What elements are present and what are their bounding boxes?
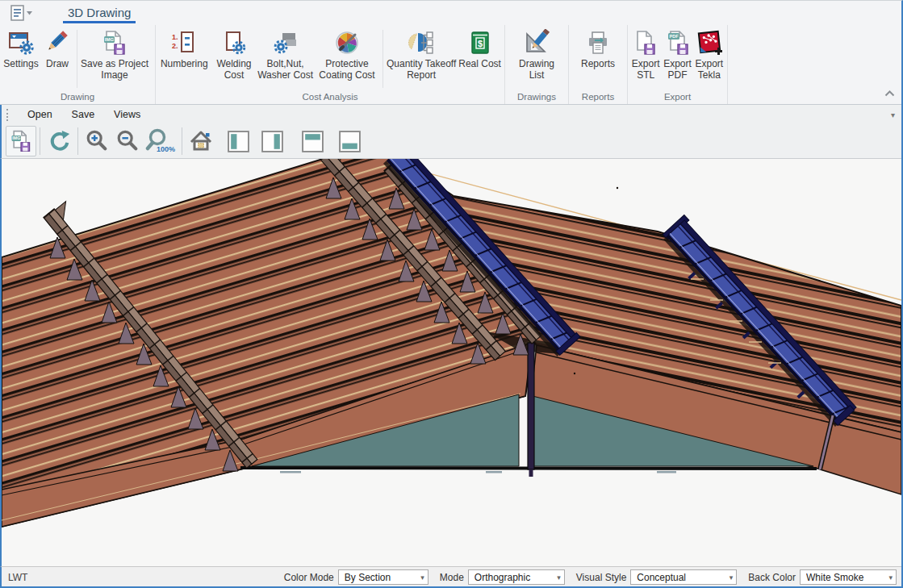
chevron-up-icon xyxy=(884,90,895,97)
ribbon: 3D Drawing xyxy=(0,1,901,105)
visual-style-label: Visual Style xyxy=(576,572,626,583)
printer-icon xyxy=(584,28,612,57)
mode-label: Mode xyxy=(440,572,464,583)
export-stl-button[interactable]: Export STL xyxy=(629,27,662,81)
ribbon-content: Settings xyxy=(0,25,901,104)
visual-style-select[interactable]: Conceptual ▾ xyxy=(630,569,737,585)
chevron-down-icon: ▾ xyxy=(730,573,734,582)
svg-text:2.: 2. xyxy=(172,42,178,50)
svg-text:PDF: PDF xyxy=(669,34,679,39)
menu-views[interactable]: Views xyxy=(104,106,150,123)
view-left-icon xyxy=(227,130,250,153)
ribbon-group-reports: Reports Reports xyxy=(569,25,628,104)
palette-dropper-icon xyxy=(333,28,361,57)
visual-style-field: Visual Style Conceptual ▾ xyxy=(576,569,737,585)
color-mode-field: Color Mode By Section ▾ xyxy=(284,569,429,585)
export-pdf-button[interactable]: PDF Export PDF xyxy=(662,27,692,81)
group-label-drawings: Drawings xyxy=(505,91,568,104)
separator xyxy=(77,30,77,88)
numbered-list-icon: 1. 2. xyxy=(170,28,198,57)
protective-coating-cost-button[interactable]: Protective Coating Cost xyxy=(314,27,380,81)
dollar-book-icon: $ xyxy=(466,28,494,57)
view-top-icon xyxy=(301,130,324,153)
real-cost-button[interactable]: $ Real Cost xyxy=(457,27,503,69)
view-left-button[interactable] xyxy=(223,126,253,156)
svg-text:$: $ xyxy=(478,39,483,48)
toolbar-icon-row: IMG xyxy=(2,124,901,158)
view-right-button[interactable] xyxy=(257,126,287,156)
quick-toolbar: Open Save Views ▾ IMG xyxy=(0,105,901,159)
back-color-label: Back Color xyxy=(748,572,796,583)
view-top-button[interactable] xyxy=(297,126,328,156)
save-as-project-image-button[interactable]: IMG Save as Project Image xyxy=(80,27,149,81)
mode-select[interactable]: Orthographic ▾ xyxy=(468,569,565,585)
viewport xyxy=(0,159,901,566)
tab-3d-drawing[interactable]: 3D Drawing xyxy=(63,3,136,23)
back-color-select[interactable]: White Smoke ▾ xyxy=(800,569,897,585)
image-save-icon: IMG xyxy=(9,129,33,153)
view-bottom-button[interactable] xyxy=(334,126,365,156)
pie-tree-icon xyxy=(408,28,435,57)
ribbon-group-drawing: Settings xyxy=(0,25,156,104)
document-menu-icon xyxy=(10,5,34,21)
menu-open[interactable]: Open xyxy=(18,106,62,123)
document-gear-icon xyxy=(220,28,248,57)
settings-button[interactable]: Settings xyxy=(2,27,40,69)
toolbar-menu-row: Open Save Views ▾ xyxy=(2,105,901,124)
pdf-save-icon: PDF xyxy=(665,28,691,57)
separator xyxy=(383,30,383,88)
group-label-cost-analysis: Cost Analysis xyxy=(156,91,504,104)
chevron-down-icon xyxy=(27,11,32,15)
zoom-out-icon xyxy=(115,129,140,153)
zoom-in-button[interactable] xyxy=(82,126,112,156)
svg-text:IMG: IMG xyxy=(12,136,20,140)
color-mode-select[interactable]: By Section ▾ xyxy=(338,569,429,585)
refresh-button[interactable] xyxy=(44,126,74,156)
toolbar-drag-handle[interactable] xyxy=(6,109,10,121)
svg-text:IMG: IMG xyxy=(105,37,115,42)
group-label-export: Export xyxy=(628,91,727,104)
separator xyxy=(40,127,40,155)
export-tekla-button[interactable]: Export Tekla xyxy=(693,27,725,81)
ribbon-tab-row: 3D Drawing xyxy=(0,1,901,25)
color-mode-label: Color Mode xyxy=(284,572,334,583)
ribbon-group-drawings: Drawing List Drawings xyxy=(505,25,569,104)
group-label-drawing: Drawing xyxy=(0,91,155,104)
tekla-logo-icon xyxy=(696,28,723,57)
view-bottom-icon xyxy=(338,130,362,153)
drawing-list-button[interactable]: Drawing List xyxy=(510,27,563,81)
zoom-out-button[interactable] xyxy=(112,126,143,156)
numbering-button[interactable]: 1. 2. Numbering xyxy=(157,27,211,69)
zoom-100-button[interactable]: 100% xyxy=(143,126,178,156)
home-icon xyxy=(189,129,213,153)
ribbon-group-cost-analysis: 1. 2. Numbering xyxy=(156,25,505,104)
setsquare-pencil-icon xyxy=(523,28,550,57)
welding-cost-button[interactable]: Welding Cost xyxy=(211,27,257,81)
zoom-in-icon xyxy=(85,129,109,153)
settings-icon xyxy=(7,28,35,57)
quantity-takeoff-report-button[interactable]: Quantity Takeoff Report xyxy=(386,27,457,81)
home-view-button[interactable] xyxy=(186,126,216,156)
chevron-down-icon: ▾ xyxy=(888,573,893,582)
refresh-icon xyxy=(47,129,71,153)
separator xyxy=(182,127,182,155)
reports-button[interactable]: Reports xyxy=(574,27,622,69)
file-save-icon xyxy=(633,28,658,57)
3d-viewport[interactable] xyxy=(2,159,901,566)
ribbon-collapse-button[interactable] xyxy=(884,85,895,100)
ribbon-group-export: Export STL PDF xyxy=(628,25,728,104)
draw-button[interactable]: Draw xyxy=(40,27,74,69)
status-bar: LWT Color Mode By Section ▾ Mode Orthogr… xyxy=(0,566,901,587)
gable-apex-column xyxy=(528,343,534,477)
bolt-nut-washer-cost-button[interactable]: Bolt,Nut, Washer Cost xyxy=(257,27,314,81)
chevron-down-icon: ▾ xyxy=(420,573,424,582)
image-save-icon: IMG xyxy=(101,28,128,57)
save-image-button[interactable]: IMG xyxy=(6,126,36,156)
menu-save[interactable]: Save xyxy=(62,106,105,123)
toolbar-overflow-button[interactable]: ▾ xyxy=(891,111,901,119)
svg-text:1.: 1. xyxy=(172,33,178,41)
group-label-reports: Reports xyxy=(569,91,627,104)
pencil-icon xyxy=(44,28,71,57)
plates-gear-icon xyxy=(272,28,299,57)
app-menu-button[interactable] xyxy=(10,5,34,21)
